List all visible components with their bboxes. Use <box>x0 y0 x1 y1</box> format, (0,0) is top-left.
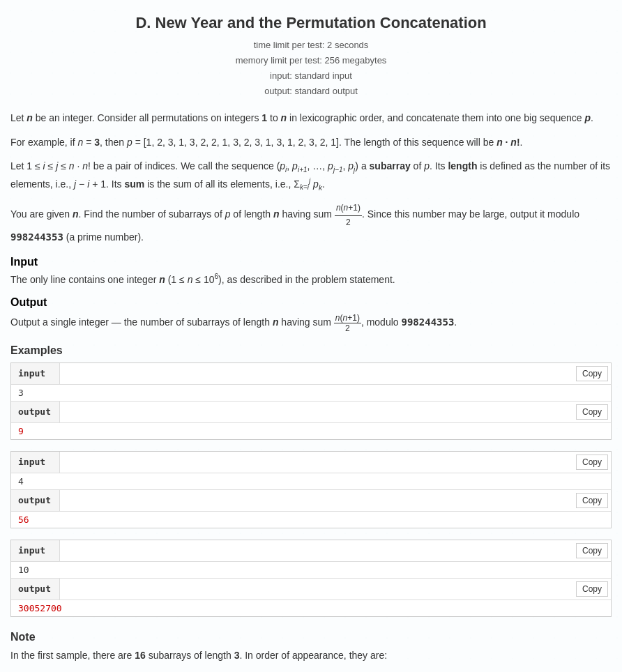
example-1-input-label: input <box>11 363 60 384</box>
example-2-input-value <box>60 452 573 473</box>
example-2-output-data-row: 56 <box>11 512 611 528</box>
problem-title: D. New Year and the Permutation Concaten… <box>10 14 612 32</box>
output-type: output: standard output <box>10 84 612 99</box>
example-2-input-row: input Copy <box>11 452 611 473</box>
example-1-input-data-row: 3 <box>11 385 611 402</box>
example-1-output-copy[interactable]: Copy <box>576 404 608 420</box>
example-2: input Copy 4 output Copy 56 <box>10 451 612 528</box>
example-3-output-value <box>60 579 573 600</box>
example-1: input Copy 3 output Copy 9 <box>10 362 612 440</box>
example-2-output-value <box>60 490 573 511</box>
example-3-output-data-row: 30052700 <box>11 600 611 616</box>
example-3-input-row: input Copy <box>11 540 611 562</box>
example-3-input-data: 10 <box>11 562 36 578</box>
example-3-output-data: 30052700 <box>11 600 69 616</box>
memory-limit: memory limit per test: 256 megabytes <box>10 53 612 68</box>
example-3-input-label: input <box>11 540 60 561</box>
note-body: In the first sample, there are 16 subarr… <box>10 648 612 672</box>
time-limit: time limit per test: 2 seconds <box>10 38 612 53</box>
example-3-output-row: output Copy <box>11 579 611 600</box>
example-1-input-data: 3 <box>11 385 31 401</box>
example-1-output-label: output <box>11 402 60 422</box>
problem-meta: time limit per test: 2 seconds memory li… <box>10 38 612 99</box>
example-2-input-copy[interactable]: Copy <box>576 455 608 470</box>
example-3-input-data-row: 10 <box>11 562 611 579</box>
example-3-output-copy[interactable]: Copy <box>576 581 608 597</box>
example-2-input-label: input <box>11 452 60 473</box>
example-3-input-copy[interactable]: Copy <box>576 543 608 558</box>
example-1-output-row: output Copy <box>11 402 611 423</box>
example-1-input-value <box>60 363 573 384</box>
example-2-output-label: output <box>11 490 60 511</box>
example-2-output-row: output Copy <box>11 490 611 512</box>
input-body: The only line contains one integer n (1 … <box>10 273 612 285</box>
example-1-output-data: 9 <box>11 423 31 439</box>
example-1-input-copy[interactable]: Copy <box>576 366 608 381</box>
example-2-input-data-row: 4 <box>11 473 611 490</box>
example-3-output-label: output <box>11 579 60 600</box>
example-2-output-data: 56 <box>11 512 36 528</box>
input-title: Input <box>10 256 612 268</box>
example-2-input-data: 4 <box>11 473 31 489</box>
output-body: Output a single integer — the number of … <box>10 313 612 333</box>
example-2-output-copy[interactable]: Copy <box>576 493 608 508</box>
note-title: Note <box>10 631 612 643</box>
example-1-output-data-row: 9 <box>11 423 611 439</box>
problem-statement: Let n be an integer. Consider all permut… <box>10 110 612 245</box>
examples-title: Examples <box>10 344 612 357</box>
output-title: Output <box>10 296 612 309</box>
example-1-input-row: input Copy <box>11 363 611 385</box>
example-3-input-value <box>60 540 573 561</box>
example-1-output-value <box>60 402 573 422</box>
input-type: input: standard input <box>10 68 612 84</box>
example-3: input Copy 10 output Copy 30052700 <box>10 540 612 617</box>
